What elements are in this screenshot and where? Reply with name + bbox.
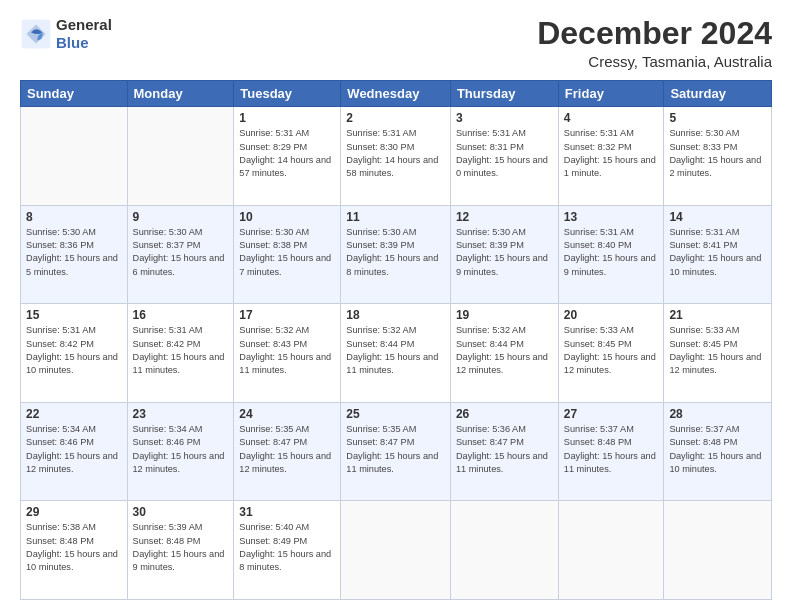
day-detail: Sunrise: 5:37 AMSunset: 8:48 PMDaylight:… [669, 424, 761, 474]
calendar-cell: 2 Sunrise: 5:31 AMSunset: 8:30 PMDayligh… [341, 107, 451, 206]
day-number: 31 [239, 505, 335, 519]
day-detail: Sunrise: 5:33 AMSunset: 8:45 PMDaylight:… [564, 325, 656, 375]
calendar-cell: 9 Sunrise: 5:30 AMSunset: 8:37 PMDayligh… [127, 205, 234, 304]
day-detail: Sunrise: 5:31 AMSunset: 8:30 PMDaylight:… [346, 128, 438, 178]
col-thursday: Thursday [450, 81, 558, 107]
day-detail: Sunrise: 5:31 AMSunset: 8:29 PMDaylight:… [239, 128, 331, 178]
day-detail: Sunrise: 5:31 AMSunset: 8:42 PMDaylight:… [133, 325, 225, 375]
day-detail: Sunrise: 5:34 AMSunset: 8:46 PMDaylight:… [26, 424, 118, 474]
calendar-cell: 26 Sunrise: 5:36 AMSunset: 8:47 PMDaylig… [450, 402, 558, 501]
calendar-cell: 22 Sunrise: 5:34 AMSunset: 8:46 PMDaylig… [21, 402, 128, 501]
calendar-cell: 30 Sunrise: 5:39 AMSunset: 8:48 PMDaylig… [127, 501, 234, 600]
day-number: 18 [346, 308, 445, 322]
day-detail: Sunrise: 5:34 AMSunset: 8:46 PMDaylight:… [133, 424, 225, 474]
day-number: 16 [133, 308, 229, 322]
calendar-cell: 19 Sunrise: 5:32 AMSunset: 8:44 PMDaylig… [450, 304, 558, 403]
calendar-cell [341, 501, 451, 600]
calendar-cell [127, 107, 234, 206]
day-detail: Sunrise: 5:30 AMSunset: 8:33 PMDaylight:… [669, 128, 761, 178]
calendar-cell: 25 Sunrise: 5:35 AMSunset: 8:47 PMDaylig… [341, 402, 451, 501]
day-number: 25 [346, 407, 445, 421]
day-number: 19 [456, 308, 553, 322]
logo: General Blue [20, 16, 112, 52]
calendar-cell: 20 Sunrise: 5:33 AMSunset: 8:45 PMDaylig… [558, 304, 664, 403]
day-detail: Sunrise: 5:31 AMSunset: 8:41 PMDaylight:… [669, 227, 761, 277]
calendar-cell: 5 Sunrise: 5:30 AMSunset: 8:33 PMDayligh… [664, 107, 772, 206]
day-number: 15 [26, 308, 122, 322]
day-number: 1 [239, 111, 335, 125]
calendar-cell: 4 Sunrise: 5:31 AMSunset: 8:32 PMDayligh… [558, 107, 664, 206]
day-detail: Sunrise: 5:30 AMSunset: 8:39 PMDaylight:… [456, 227, 548, 277]
day-number: 2 [346, 111, 445, 125]
header-row: Sunday Monday Tuesday Wednesday Thursday… [21, 81, 772, 107]
calendar-cell: 8 Sunrise: 5:30 AMSunset: 8:36 PMDayligh… [21, 205, 128, 304]
day-detail: Sunrise: 5:35 AMSunset: 8:47 PMDaylight:… [239, 424, 331, 474]
col-wednesday: Wednesday [341, 81, 451, 107]
calendar-cell: 3 Sunrise: 5:31 AMSunset: 8:31 PMDayligh… [450, 107, 558, 206]
day-detail: Sunrise: 5:36 AMSunset: 8:47 PMDaylight:… [456, 424, 548, 474]
day-detail: Sunrise: 5:33 AMSunset: 8:45 PMDaylight:… [669, 325, 761, 375]
day-detail: Sunrise: 5:39 AMSunset: 8:48 PMDaylight:… [133, 522, 225, 572]
calendar-week-4: 22 Sunrise: 5:34 AMSunset: 8:46 PMDaylig… [21, 402, 772, 501]
day-detail: Sunrise: 5:30 AMSunset: 8:36 PMDaylight:… [26, 227, 118, 277]
day-number: 29 [26, 505, 122, 519]
title-block: December 2024 Cressy, Tasmania, Australi… [537, 16, 772, 70]
day-detail: Sunrise: 5:32 AMSunset: 8:44 PMDaylight:… [456, 325, 548, 375]
day-number: 10 [239, 210, 335, 224]
day-detail: Sunrise: 5:35 AMSunset: 8:47 PMDaylight:… [346, 424, 438, 474]
logo-icon [20, 18, 52, 50]
calendar-cell: 28 Sunrise: 5:37 AMSunset: 8:48 PMDaylig… [664, 402, 772, 501]
calendar-cell: 24 Sunrise: 5:35 AMSunset: 8:47 PMDaylig… [234, 402, 341, 501]
calendar-cell: 17 Sunrise: 5:32 AMSunset: 8:43 PMDaylig… [234, 304, 341, 403]
day-detail: Sunrise: 5:31 AMSunset: 8:42 PMDaylight:… [26, 325, 118, 375]
day-number: 17 [239, 308, 335, 322]
col-sunday: Sunday [21, 81, 128, 107]
day-detail: Sunrise: 5:31 AMSunset: 8:32 PMDaylight:… [564, 128, 656, 178]
col-monday: Monday [127, 81, 234, 107]
day-detail: Sunrise: 5:32 AMSunset: 8:44 PMDaylight:… [346, 325, 438, 375]
day-number: 9 [133, 210, 229, 224]
calendar-cell: 12 Sunrise: 5:30 AMSunset: 8:39 PMDaylig… [450, 205, 558, 304]
calendar-cell: 21 Sunrise: 5:33 AMSunset: 8:45 PMDaylig… [664, 304, 772, 403]
day-detail: Sunrise: 5:37 AMSunset: 8:48 PMDaylight:… [564, 424, 656, 474]
logo-text: General Blue [56, 16, 112, 52]
day-detail: Sunrise: 5:31 AMSunset: 8:31 PMDaylight:… [456, 128, 548, 178]
day-number: 11 [346, 210, 445, 224]
day-number: 8 [26, 210, 122, 224]
calendar-table: Sunday Monday Tuesday Wednesday Thursday… [20, 80, 772, 600]
day-number: 20 [564, 308, 659, 322]
day-number: 14 [669, 210, 766, 224]
calendar-cell [21, 107, 128, 206]
calendar-body: 1 Sunrise: 5:31 AMSunset: 8:29 PMDayligh… [21, 107, 772, 600]
header: General Blue December 2024 Cressy, Tasma… [20, 16, 772, 70]
calendar-cell: 18 Sunrise: 5:32 AMSunset: 8:44 PMDaylig… [341, 304, 451, 403]
calendar-cell [558, 501, 664, 600]
day-number: 27 [564, 407, 659, 421]
calendar-cell: 1 Sunrise: 5:31 AMSunset: 8:29 PMDayligh… [234, 107, 341, 206]
day-detail: Sunrise: 5:32 AMSunset: 8:43 PMDaylight:… [239, 325, 331, 375]
calendar-cell: 15 Sunrise: 5:31 AMSunset: 8:42 PMDaylig… [21, 304, 128, 403]
calendar-week-3: 15 Sunrise: 5:31 AMSunset: 8:42 PMDaylig… [21, 304, 772, 403]
day-detail: Sunrise: 5:38 AMSunset: 8:48 PMDaylight:… [26, 522, 118, 572]
day-number: 30 [133, 505, 229, 519]
calendar-cell: 14 Sunrise: 5:31 AMSunset: 8:41 PMDaylig… [664, 205, 772, 304]
day-number: 3 [456, 111, 553, 125]
day-number: 5 [669, 111, 766, 125]
calendar-cell: 23 Sunrise: 5:34 AMSunset: 8:46 PMDaylig… [127, 402, 234, 501]
day-number: 24 [239, 407, 335, 421]
calendar-cell: 27 Sunrise: 5:37 AMSunset: 8:48 PMDaylig… [558, 402, 664, 501]
day-number: 12 [456, 210, 553, 224]
day-detail: Sunrise: 5:30 AMSunset: 8:37 PMDaylight:… [133, 227, 225, 277]
col-friday: Friday [558, 81, 664, 107]
calendar-cell: 31 Sunrise: 5:40 AMSunset: 8:49 PMDaylig… [234, 501, 341, 600]
calendar-cell: 13 Sunrise: 5:31 AMSunset: 8:40 PMDaylig… [558, 205, 664, 304]
day-number: 21 [669, 308, 766, 322]
calendar-cell: 10 Sunrise: 5:30 AMSunset: 8:38 PMDaylig… [234, 205, 341, 304]
calendar-cell [450, 501, 558, 600]
location: Cressy, Tasmania, Australia [537, 53, 772, 70]
day-number: 23 [133, 407, 229, 421]
calendar-cell: 11 Sunrise: 5:30 AMSunset: 8:39 PMDaylig… [341, 205, 451, 304]
day-number: 4 [564, 111, 659, 125]
calendar-cell [664, 501, 772, 600]
day-number: 22 [26, 407, 122, 421]
